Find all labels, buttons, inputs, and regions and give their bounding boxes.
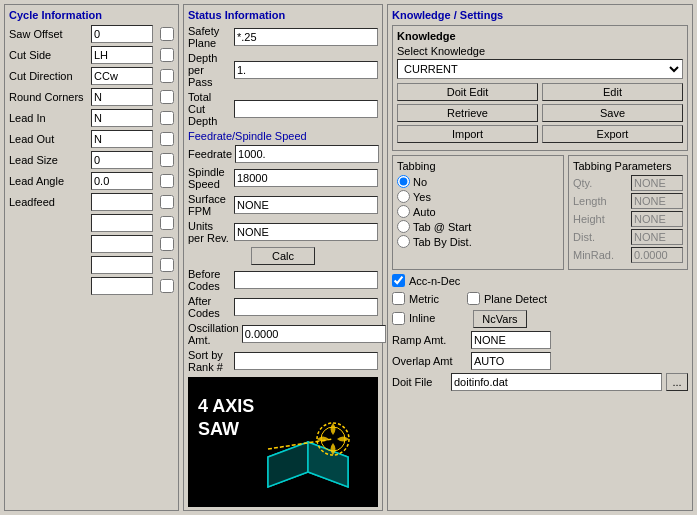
row-before-codes: Before Codes [188,268,378,292]
input-depth-pass[interactable] [234,61,378,79]
input-ramp-amt[interactable] [471,331,551,349]
check-cut-direction[interactable] [160,69,174,83]
input-before-codes[interactable] [234,271,378,289]
row-safety-plane: Safety Plane [188,25,378,49]
check-lead-size[interactable] [160,153,174,167]
option-metric: Metric [392,292,439,305]
input-saw-offset[interactable] [91,25,153,43]
radio-yes-label: Yes [413,191,431,203]
saw-image-svg: 4 AXIS SAW [188,377,378,507]
input-oscillation[interactable] [242,325,386,343]
param-dist: Dist. [573,229,683,245]
label-total-cut: Total Cut Depth [188,91,231,127]
check-extra2[interactable] [160,237,174,251]
edit-button[interactable]: Edit [542,83,683,101]
export-button[interactable]: Export [542,125,683,143]
label-inline: Inline [409,312,435,324]
input-round-corners[interactable] [91,88,153,106]
save-button[interactable]: Save [542,104,683,122]
radio-auto: Auto [397,205,559,218]
input-surface-fpm[interactable] [234,196,378,214]
row-depth-pass: Depth per Pass [188,52,378,88]
check-cut-side[interactable] [160,48,174,62]
label-after-codes: After Codes [188,295,231,319]
input-extra4[interactable] [91,277,153,295]
input-leadfeed[interactable] [91,193,153,211]
input-cut-side[interactable] [91,46,153,64]
svg-text:SAW: SAW [198,419,239,439]
label-ramp-amt: Ramp Amt. [392,334,467,346]
doit-edit-button[interactable]: Doit Edit [397,83,538,101]
input-feedrate[interactable] [235,145,379,163]
cycle-row-extra1 [9,214,174,232]
check-extra1[interactable] [160,216,174,230]
check-saw-offset[interactable] [160,27,174,41]
check-lead-angle[interactable] [160,174,174,188]
radio-tab-start-input[interactable] [397,220,410,233]
label-feedrate: Feedrate [188,148,232,160]
input-doit-file[interactable] [451,373,662,391]
check-lead-in[interactable] [160,111,174,125]
check-lead-out[interactable] [160,132,174,146]
input-spindle[interactable] [234,169,378,187]
input-lead-out[interactable] [91,130,153,148]
label-plane-detect: Plane Detect [484,293,547,305]
tabbing-box: Tabbing No Yes Auto Tab @ Start [392,155,564,270]
input-after-codes[interactable] [234,298,378,316]
ncvars-button[interactable]: NcVars [473,310,526,328]
input-dist [631,229,683,245]
import-button[interactable]: Import [397,125,538,143]
cycle-title: Cycle Information [9,9,174,21]
svg-text:4 AXIS: 4 AXIS [198,396,254,416]
check-round-corners[interactable] [160,90,174,104]
radio-no-input[interactable] [397,175,410,188]
radio-auto-input[interactable] [397,205,410,218]
retrieve-button[interactable]: Retrieve [397,104,538,122]
check-extra4[interactable] [160,279,174,293]
input-total-cut[interactable] [234,100,378,118]
row-doit-file: Doit File ... [392,373,688,391]
input-extra3[interactable] [91,256,153,274]
check-extra3[interactable] [160,258,174,272]
input-lead-in[interactable] [91,109,153,127]
check-plane-detect[interactable] [467,292,480,305]
check-leadfeed[interactable] [160,195,174,209]
input-cut-direction[interactable] [91,67,153,85]
input-height [631,211,683,227]
radio-yes-input[interactable] [397,190,410,203]
label-minrad: MinRad. [573,249,613,261]
input-overlap-amt[interactable] [471,352,551,370]
row-overlap-amt: Overlap Amt [392,352,688,370]
row-surface-fpm: Surface FPM [188,193,378,217]
label-sort-rank: Sort by Rank # [188,349,231,373]
label-overlap-amt: Overlap Amt [392,355,467,367]
input-sort-rank[interactable] [234,352,378,370]
check-acc-n-dec[interactable] [392,274,405,287]
row-total-cut: Total Cut Depth [188,91,378,127]
calc-button[interactable]: Calc [251,247,315,265]
input-lead-angle[interactable] [91,172,153,190]
input-extra1[interactable] [91,214,153,232]
saw-image-box: 4 AXIS SAW [188,377,378,507]
tabbing-params-box: Tabbing Parameters Qty. Length Height Di… [568,155,688,270]
input-lead-size[interactable] [91,151,153,169]
input-qty [631,175,683,191]
check-inline[interactable] [392,312,405,325]
knowledge-btn-row3: Import Export [397,125,683,143]
radio-tab-dist-input[interactable] [397,235,410,248]
label-leadfeed: Leadfeed [9,196,84,208]
input-extra2[interactable] [91,235,153,253]
cycle-panel: Cycle Information Saw Offset Cut Side Cu… [4,4,179,511]
browse-button[interactable]: ... [666,373,688,391]
knowledge-panel: Knowledge / Settings Knowledge Select Kn… [387,4,693,511]
knowledge-select[interactable]: CURRENT [397,59,683,79]
options-section: Acc-n-Dec Metric Plane Detect Inline N [392,274,688,391]
check-metric[interactable] [392,292,405,305]
input-safety-plane[interactable] [234,28,378,46]
radio-auto-label: Auto [413,206,436,218]
label-doit-file: Doit File [392,376,447,388]
input-minrad [631,247,683,263]
input-units-per-rev[interactable] [234,223,378,241]
label-height: Height [573,213,613,225]
label-metric: Metric [409,293,439,305]
